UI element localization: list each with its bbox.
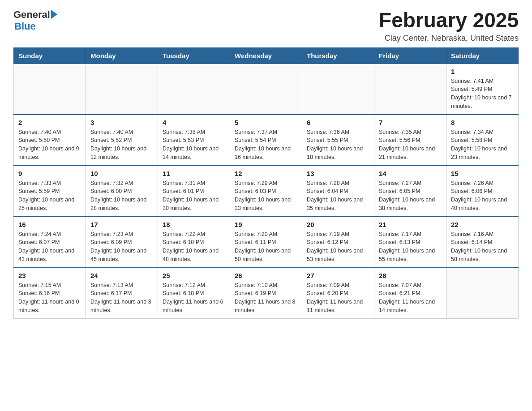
day-info: Sunrise: 7:20 AMSunset: 6:11 PMDaylight:… — [235, 230, 297, 264]
day-of-week-header: Tuesday — [158, 48, 230, 64]
title-section: February 2025 Clay Center, Nebraska, Uni… — [379, 9, 519, 43]
calendar-table: SundayMondayTuesdayWednesdayThursdayFrid… — [13, 47, 519, 319]
calendar-day-cell: 18Sunrise: 7:22 AMSunset: 6:10 PMDayligh… — [158, 217, 230, 268]
day-number: 28 — [379, 272, 442, 279]
calendar-week-row: 2Sunrise: 7:40 AMSunset: 5:50 PMDaylight… — [14, 115, 519, 166]
calendar-day-cell: 5Sunrise: 7:37 AMSunset: 5:54 PMDaylight… — [230, 115, 302, 166]
calendar-day-cell: 9Sunrise: 7:33 AMSunset: 5:59 PMDaylight… — [14, 166, 86, 217]
day-info: Sunrise: 7:26 AMSunset: 6:06 PMDaylight:… — [451, 179, 514, 213]
day-of-week-header: Wednesday — [230, 48, 302, 64]
calendar-day-cell: 11Sunrise: 7:31 AMSunset: 6:01 PMDayligh… — [158, 166, 230, 217]
calendar-day-cell: 20Sunrise: 7:19 AMSunset: 6:12 PMDayligh… — [302, 217, 374, 268]
calendar-day-cell: 23Sunrise: 7:15 AMSunset: 6:16 PMDayligh… — [14, 268, 86, 319]
day-number: 4 — [163, 119, 225, 126]
calendar-day-cell: 4Sunrise: 7:38 AMSunset: 5:53 PMDaylight… — [158, 115, 230, 166]
calendar-week-row: 1Sunrise: 7:41 AMSunset: 5:49 PMDaylight… — [14, 64, 519, 115]
calendar-week-row: 23Sunrise: 7:15 AMSunset: 6:16 PMDayligh… — [14, 268, 519, 319]
day-info: Sunrise: 7:40 AMSunset: 5:52 PMDaylight:… — [90, 128, 153, 162]
day-info: Sunrise: 7:38 AMSunset: 5:53 PMDaylight:… — [163, 128, 225, 162]
day-number: 7 — [379, 119, 442, 126]
calendar-day-cell: 21Sunrise: 7:17 AMSunset: 6:13 PMDayligh… — [374, 217, 446, 268]
day-number: 22 — [451, 221, 514, 228]
page-header: General Blue February 2025 Clay Center, … — [13, 9, 519, 43]
day-info: Sunrise: 7:31 AMSunset: 6:01 PMDaylight:… — [163, 179, 225, 213]
day-info: Sunrise: 7:36 AMSunset: 5:55 PMDaylight:… — [307, 128, 369, 162]
calendar-day-cell — [302, 64, 374, 115]
day-number: 18 — [163, 221, 225, 228]
day-info: Sunrise: 7:12 AMSunset: 6:18 PMDaylight:… — [163, 281, 225, 315]
calendar-day-cell: 12Sunrise: 7:29 AMSunset: 6:03 PMDayligh… — [230, 166, 302, 217]
day-info: Sunrise: 7:41 AMSunset: 5:49 PMDaylight:… — [451, 77, 514, 111]
calendar-day-cell: 22Sunrise: 7:16 AMSunset: 6:14 PMDayligh… — [446, 217, 519, 268]
calendar-day-cell — [446, 268, 519, 319]
calendar-day-cell: 15Sunrise: 7:26 AMSunset: 6:06 PMDayligh… — [446, 166, 519, 217]
calendar-day-cell: 6Sunrise: 7:36 AMSunset: 5:55 PMDaylight… — [302, 115, 374, 166]
day-number: 23 — [18, 272, 81, 279]
day-info: Sunrise: 7:17 AMSunset: 6:13 PMDaylight:… — [379, 230, 442, 264]
calendar-day-cell: 26Sunrise: 7:10 AMSunset: 6:19 PMDayligh… — [230, 268, 302, 319]
calendar-day-cell: 7Sunrise: 7:35 AMSunset: 5:56 PMDaylight… — [374, 115, 446, 166]
day-info: Sunrise: 7:32 AMSunset: 6:00 PMDaylight:… — [90, 179, 153, 213]
logo-triangle-icon — [51, 10, 57, 19]
day-info: Sunrise: 7:22 AMSunset: 6:10 PMDaylight:… — [163, 230, 225, 264]
day-info: Sunrise: 7:09 AMSunset: 6:20 PMDaylight:… — [307, 281, 369, 315]
day-number: 19 — [235, 221, 297, 228]
day-number: 11 — [163, 170, 225, 177]
day-of-week-header: Monday — [86, 48, 158, 64]
day-info: Sunrise: 7:24 AMSunset: 6:07 PMDaylight:… — [18, 230, 81, 264]
day-info: Sunrise: 7:37 AMSunset: 5:54 PMDaylight:… — [235, 128, 297, 162]
calendar-day-cell: 24Sunrise: 7:13 AMSunset: 6:17 PMDayligh… — [86, 268, 158, 319]
day-info: Sunrise: 7:16 AMSunset: 6:14 PMDaylight:… — [451, 230, 514, 264]
calendar-day-cell: 10Sunrise: 7:32 AMSunset: 6:00 PMDayligh… — [86, 166, 158, 217]
day-number: 8 — [451, 119, 514, 126]
calendar-day-cell: 25Sunrise: 7:12 AMSunset: 6:18 PMDayligh… — [158, 268, 230, 319]
calendar-day-cell: 17Sunrise: 7:23 AMSunset: 6:09 PMDayligh… — [86, 217, 158, 268]
day-number: 1 — [451, 68, 514, 75]
logo: General Blue — [13, 9, 57, 32]
day-info: Sunrise: 7:40 AMSunset: 5:50 PMDaylight:… — [18, 128, 81, 162]
calendar-week-row: 9Sunrise: 7:33 AMSunset: 5:59 PMDaylight… — [14, 166, 519, 217]
day-info: Sunrise: 7:28 AMSunset: 6:04 PMDaylight:… — [307, 179, 369, 213]
calendar-week-row: 16Sunrise: 7:24 AMSunset: 6:07 PMDayligh… — [14, 217, 519, 268]
day-info: Sunrise: 7:35 AMSunset: 5:56 PMDaylight:… — [379, 128, 442, 162]
day-info: Sunrise: 7:34 AMSunset: 5:58 PMDaylight:… — [451, 128, 514, 162]
calendar-day-cell — [230, 64, 302, 115]
day-number: 13 — [307, 170, 369, 177]
day-number: 25 — [163, 272, 225, 279]
day-number: 26 — [235, 272, 297, 279]
day-number: 27 — [307, 272, 369, 279]
calendar-day-cell — [14, 64, 86, 115]
calendar-day-cell: 1Sunrise: 7:41 AMSunset: 5:49 PMDaylight… — [446, 64, 519, 115]
day-info: Sunrise: 7:07 AMSunset: 6:21 PMDaylight:… — [379, 281, 442, 315]
day-number: 24 — [90, 272, 153, 279]
calendar-header-row: SundayMondayTuesdayWednesdayThursdayFrid… — [14, 48, 519, 64]
calendar-day-cell — [158, 64, 230, 115]
day-number: 2 — [18, 119, 81, 126]
day-number: 5 — [235, 119, 297, 126]
day-number: 16 — [18, 221, 81, 228]
day-of-week-header: Friday — [374, 48, 446, 64]
day-number: 10 — [90, 170, 153, 177]
day-number: 20 — [307, 221, 369, 228]
calendar-day-cell: 13Sunrise: 7:28 AMSunset: 6:04 PMDayligh… — [302, 166, 374, 217]
day-info: Sunrise: 7:15 AMSunset: 6:16 PMDaylight:… — [18, 281, 81, 315]
day-number: 15 — [451, 170, 514, 177]
day-number: 9 — [18, 170, 81, 177]
day-of-week-header: Saturday — [446, 48, 519, 64]
day-number: 21 — [379, 221, 442, 228]
month-title: February 2025 — [379, 9, 519, 32]
calendar-day-cell: 27Sunrise: 7:09 AMSunset: 6:20 PMDayligh… — [302, 268, 374, 319]
logo-general-text: General — [13, 9, 50, 21]
day-number: 12 — [235, 170, 297, 177]
calendar-day-cell: 28Sunrise: 7:07 AMSunset: 6:21 PMDayligh… — [374, 268, 446, 319]
day-info: Sunrise: 7:33 AMSunset: 5:59 PMDaylight:… — [18, 179, 81, 213]
calendar-day-cell: 3Sunrise: 7:40 AMSunset: 5:52 PMDaylight… — [86, 115, 158, 166]
calendar-day-cell: 14Sunrise: 7:27 AMSunset: 6:05 PMDayligh… — [374, 166, 446, 217]
day-info: Sunrise: 7:29 AMSunset: 6:03 PMDaylight:… — [235, 179, 297, 213]
day-info: Sunrise: 7:19 AMSunset: 6:12 PMDaylight:… — [307, 230, 369, 264]
day-of-week-header: Sunday — [14, 48, 86, 64]
calendar-day-cell: 2Sunrise: 7:40 AMSunset: 5:50 PMDaylight… — [14, 115, 86, 166]
day-info: Sunrise: 7:27 AMSunset: 6:05 PMDaylight:… — [379, 179, 442, 213]
calendar-day-cell — [86, 64, 158, 115]
day-info: Sunrise: 7:13 AMSunset: 6:17 PMDaylight:… — [90, 281, 153, 315]
